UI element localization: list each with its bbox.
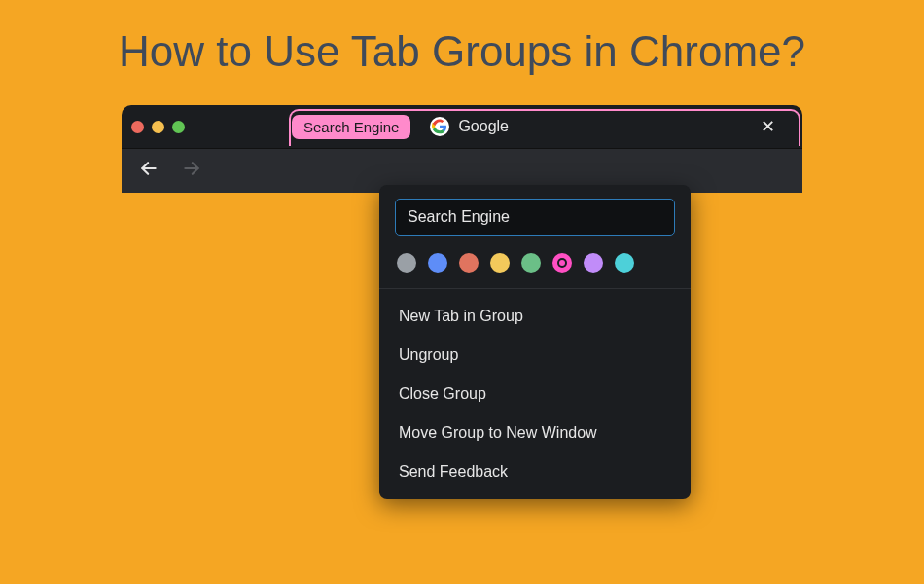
tab-bar: Search Engine Google ✕ [122,105,802,148]
color-swatch-pink[interactable] [552,253,572,273]
back-button[interactable] [135,155,162,188]
browser-tab[interactable]: Google ✕ [412,105,793,148]
color-swatch-red[interactable] [459,253,479,273]
page-title: How to Use Tab Groups in Chrome? [0,0,924,105]
menu-items-list: New Tab in GroupUngroupClose GroupMove G… [379,289,691,492]
menu-item-send-feedback[interactable]: Send Feedback [379,453,691,492]
close-tab-icon[interactable]: ✕ [755,114,781,139]
color-picker-row [379,249,691,289]
tab-group-context-menu: New Tab in GroupUngroupClose GroupMove G… [379,185,691,499]
color-swatch-green[interactable] [521,253,541,273]
menu-item-ungroup[interactable]: Ungroup [379,336,691,375]
menu-item-new-tab-in-group[interactable]: New Tab in Group [379,297,691,336]
tab-group-label[interactable]: Search Engine [292,115,410,139]
menu-item-close-group[interactable]: Close Group [379,375,691,414]
group-name-input-wrap [379,199,691,249]
window-close-button[interactable] [131,121,144,133]
traffic-lights [131,121,185,133]
color-swatch-purple[interactable] [584,253,603,273]
forward-button[interactable] [178,155,205,188]
group-name-input[interactable] [395,199,675,236]
color-swatch-grey[interactable] [397,253,416,273]
browser-window: Search Engine Google ✕ [122,105,802,193]
menu-item-move-group-to-new-window[interactable]: Move Group to New Window [379,414,691,453]
window-minimize-button[interactable] [152,121,164,133]
color-swatch-blue[interactable] [428,253,447,273]
google-icon [430,117,449,136]
color-swatch-yellow[interactable] [490,253,510,273]
window-maximize-button[interactable] [172,121,185,133]
tab-title: Google [458,118,509,135]
color-swatch-cyan[interactable] [615,253,634,273]
